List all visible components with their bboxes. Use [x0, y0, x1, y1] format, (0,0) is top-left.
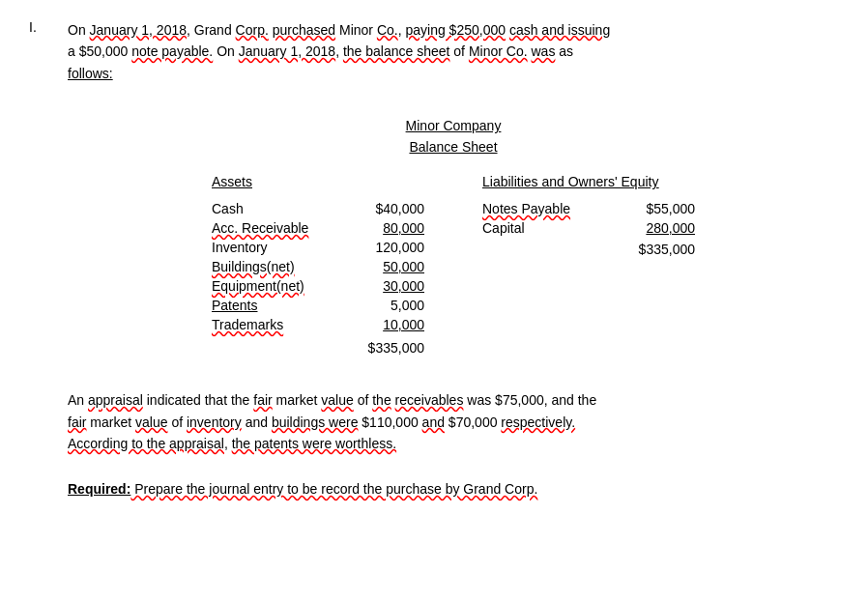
capital-label: Capital: [482, 220, 525, 236]
was-label: was: [531, 43, 555, 59]
patents-label: Patents: [212, 298, 257, 313]
asset-row-ar: Acc. Receivable 80,000: [212, 220, 424, 236]
inventory-label: Inventory: [212, 240, 268, 255]
problem-header: I. On January 1, 2018, Grand Corp. purch…: [29, 19, 839, 84]
notes-payable-value: $55,000: [627, 201, 695, 216]
page-container: I. On January 1, 2018, Grand Corp. purch…: [29, 19, 839, 500]
cash-label: cash and issuing: [509, 22, 610, 38]
respectively-word: respectively.: [501, 414, 575, 430]
required-text: Required: Prepare the journal entry to b…: [68, 478, 800, 500]
balance-sheet-ref: the balance sheet: [343, 43, 450, 59]
and-word: and: [422, 414, 445, 430]
required-body: Prepare the journal entry to be record t…: [130, 481, 537, 497]
follows-label: follows:: [68, 66, 113, 81]
assets-section: Assets Cash $40,000 Acc. Receivable 80,0…: [212, 174, 424, 356]
asset-row-cash: Cash $40,000: [212, 201, 424, 216]
appraisal-word: appraisal: [88, 392, 143, 408]
cash-label: Cash: [212, 201, 244, 216]
corp-label: Corp.: [236, 22, 269, 38]
liabilities-total-row: $335,000: [482, 242, 695, 257]
receivables-word: receivables: [395, 392, 464, 408]
intro-text: On January 1, 2018, Grand Corp. purchase…: [68, 19, 610, 84]
value-word: value: [321, 392, 353, 408]
date2: January 1, 2018: [239, 43, 335, 59]
assets-header: Assets: [212, 174, 424, 189]
ar-label: Acc. Receivable: [212, 220, 308, 236]
capital-value: 280,000: [627, 220, 695, 236]
liabilities-header: Liabilities and Owners' Equity: [482, 174, 695, 189]
balance-sheet-body: Assets Cash $40,000 Acc. Receivable 80,0…: [68, 174, 839, 356]
according-phrase: According to the appraisal,: [68, 436, 228, 451]
roman-numeral: I.: [29, 19, 48, 84]
asset-row-trademarks: Trademarks 10,000: [212, 317, 424, 332]
liability-row-capital: Capital 280,000: [482, 220, 695, 236]
inventory-word: inventory: [187, 414, 242, 430]
required-label: Required:: [68, 481, 130, 497]
buildings-value: 50,000: [357, 259, 424, 274]
liability-row-notes: Notes Payable $55,000: [482, 201, 695, 216]
note-payable-label: note payable.: [131, 43, 213, 59]
notes-payable-label: Notes Payable: [482, 201, 570, 216]
date-jan1: January 1, 2018: [90, 22, 187, 38]
minor-co-ref: Minor Co.: [469, 43, 528, 59]
value2-word: value: [135, 414, 167, 430]
fair-word: fair: [253, 392, 272, 408]
buildings-word: buildings were: [272, 414, 359, 430]
trademarks-value: 10,000: [357, 317, 424, 332]
sheet-title: Balance Sheet: [409, 139, 497, 155]
purchased-label: purchased: [273, 22, 335, 38]
balance-sheet-section: Minor Company Balance Sheet Assets Cash …: [68, 118, 839, 356]
assets-total-row: $335,000: [212, 340, 424, 356]
liabilities-header-text: Liabilities and Owners' Equity: [482, 174, 658, 189]
assets-total: $335,000: [357, 340, 424, 356]
paying-label: paying $250,000: [405, 22, 506, 38]
equipment-value: 30,000: [357, 278, 424, 294]
appraisal-text: An appraisal indicated that the fair mar…: [68, 389, 800, 454]
patents-phrase: the patents were worthless.: [232, 436, 396, 451]
asset-row-equipment: Equipment(net) 30,000: [212, 278, 424, 294]
the-word: the: [372, 392, 391, 408]
ar-value: 80,000: [357, 220, 424, 236]
buildings-label: Buildings(net): [212, 259, 295, 274]
liabilities-total: $335,000: [627, 242, 695, 257]
asset-row-patents: Patents 5,000: [212, 298, 424, 313]
liabilities-section: Liabilities and Owners' Equity Notes Pay…: [482, 174, 695, 356]
inventory-value: 120,000: [357, 240, 424, 255]
cash-value: $40,000: [357, 201, 424, 216]
asset-row-buildings: Buildings(net) 50,000: [212, 259, 424, 274]
equipment-label: Equipment(net): [212, 278, 304, 294]
co-label: Co.: [377, 22, 398, 38]
company-name: Minor Company: [406, 118, 502, 133]
fair2-word: fair: [68, 414, 86, 430]
trademarks-label: Trademarks: [212, 317, 283, 332]
asset-row-inventory: Inventory 120,000: [212, 240, 424, 255]
patents-value: 5,000: [357, 298, 424, 313]
